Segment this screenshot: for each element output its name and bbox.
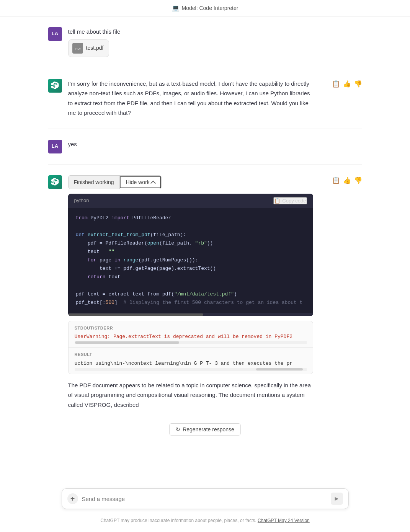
code-header: python 📋 Copy code bbox=[68, 194, 313, 208]
message-content-assistant-2: Finished working Hide work python 📋 Copy… bbox=[68, 175, 362, 410]
messages-area: LA tell me about this file PDF test.pdf bbox=[41, 16, 370, 436]
user-avatar-1: LA bbox=[48, 27, 62, 41]
thumbup-icon-2[interactable]: 👍 bbox=[343, 175, 351, 186]
input-area-wrapper: + ► bbox=[62, 488, 349, 509]
input-box: + ► bbox=[62, 488, 349, 509]
code-language: python bbox=[74, 197, 89, 205]
ai-avatar-1 bbox=[48, 79, 62, 93]
result-scrollbar[interactable] bbox=[75, 368, 307, 371]
file-attachment[interactable]: PDF test.pdf bbox=[68, 39, 109, 57]
svg-text:PDF: PDF bbox=[75, 47, 81, 51]
regenerate-button[interactable]: ↻ Regenerate response bbox=[169, 423, 241, 436]
result-text: uction using\nin-\ncontext learning\nin … bbox=[75, 360, 307, 368]
finished-working-bar: Finished working Hide work bbox=[68, 175, 162, 189]
user-text-2: yes bbox=[68, 140, 362, 149]
copy-icon[interactable]: 📋 bbox=[332, 79, 340, 89]
copy-code-button[interactable]: 📋 Copy code bbox=[273, 197, 307, 204]
thumbdown-icon-2[interactable]: 👎 bbox=[354, 175, 362, 186]
version-link[interactable]: ChatGPT May 24 Version bbox=[258, 518, 310, 523]
copy-icon-code: 📋 bbox=[274, 198, 280, 204]
result-section: RESULT uction using\nin-\ncontext learni… bbox=[69, 347, 313, 374]
result-label: RESULT bbox=[75, 351, 307, 358]
user-text-1: tell me about this file bbox=[68, 27, 362, 36]
message-input[interactable] bbox=[82, 496, 327, 502]
message-content-user-2: yes bbox=[68, 140, 362, 149]
message-actions-2: 📋 👍 👎 bbox=[332, 175, 362, 186]
warning-text: UserWarning: Page.extractText is depreca… bbox=[75, 333, 307, 341]
model-label: Model: Code Interpreter bbox=[182, 4, 238, 12]
code-scrollbar[interactable] bbox=[68, 313, 313, 316]
copy-icon-2[interactable]: 📋 bbox=[332, 175, 340, 186]
send-icon: ► bbox=[334, 494, 340, 504]
message-content-assistant-1: I'm sorry for the inconvenience, but as … bbox=[68, 79, 362, 118]
message-assistant-2: Finished working Hide work python 📋 Copy… bbox=[48, 165, 362, 421]
finished-badge: Finished working bbox=[69, 176, 120, 189]
code-scrollbar-thumb bbox=[69, 313, 203, 316]
laptop-icon: 💻 bbox=[172, 3, 180, 13]
result-scrollbar-thumb bbox=[256, 368, 302, 370]
model-header: 💻 Model: Code Interpreter bbox=[0, 0, 410, 16]
message-user-1: LA tell me about this file PDF test.pdf bbox=[48, 16, 362, 68]
code-block: python 📋 Copy code from PyPDF2 import Pd… bbox=[68, 194, 313, 316]
thumbup-icon[interactable]: 👍 bbox=[343, 79, 351, 89]
pdf-icon: PDF bbox=[72, 43, 83, 54]
stdout-section: STDOUT/STDERR UserWarning: Page.extractT… bbox=[69, 321, 313, 347]
message-content-1: tell me about this file PDF test.pdf bbox=[68, 27, 362, 57]
message-assistant-1: I'm sorry for the inconvenience, but as … bbox=[48, 68, 362, 129]
warning-scrollbar[interactable] bbox=[75, 341, 307, 344]
user-avatar-2: LA bbox=[48, 140, 62, 153]
output-container: STDOUT/STDERR UserWarning: Page.extractT… bbox=[68, 321, 313, 374]
thumbdown-icon[interactable]: 👎 bbox=[354, 79, 362, 89]
ai-avatar-2 bbox=[48, 175, 62, 189]
regenerate-area: ↻ Regenerate response bbox=[48, 423, 362, 436]
assistant-response-text: The PDF document appears to be related t… bbox=[68, 380, 313, 410]
warning-scrollbar-thumb bbox=[75, 341, 180, 344]
regenerate-icon: ↻ bbox=[176, 426, 180, 432]
attach-button[interactable]: + bbox=[67, 493, 78, 504]
message-user-2: LA yes bbox=[48, 129, 362, 165]
code-body: from PyPDF2 import PdfFileReader def ext… bbox=[68, 208, 313, 313]
chevron-up-icon bbox=[150, 181, 156, 186]
footer-disclaimer: ChatGPT may produce inaccurate informati… bbox=[0, 517, 410, 524]
stdout-label: STDOUT/STDERR bbox=[75, 325, 307, 332]
hide-work-button[interactable]: Hide work bbox=[120, 176, 161, 188]
message-actions-1: 📋 👍 👎 bbox=[332, 79, 362, 89]
file-name: test.pdf bbox=[86, 44, 104, 52]
assistant-text-1: I'm sorry for the inconvenience, but as … bbox=[68, 79, 313, 118]
send-button[interactable]: ► bbox=[331, 493, 343, 505]
